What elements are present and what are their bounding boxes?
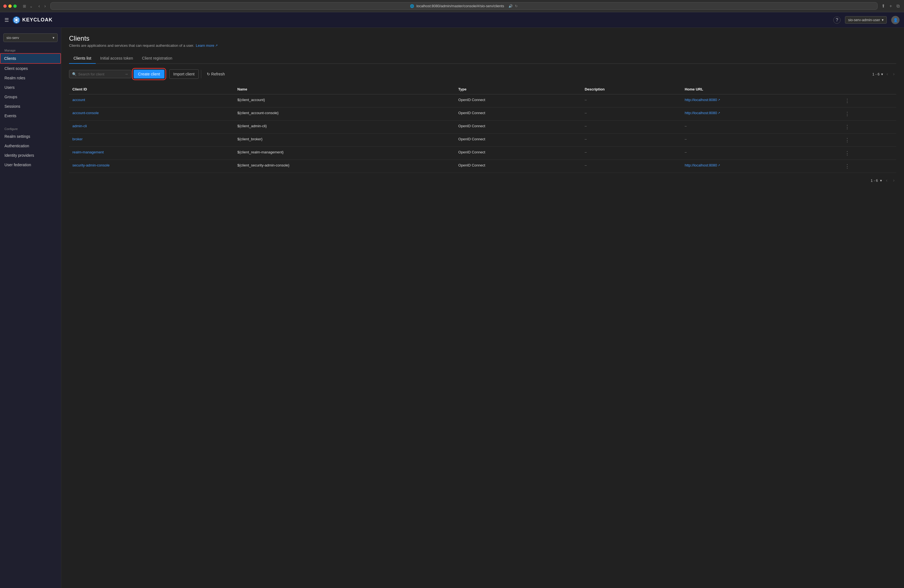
sidebar-users-label: Users	[5, 85, 15, 90]
sidebar-item-authentication[interactable]: Authentication	[0, 141, 61, 151]
client-id-link[interactable]: account-console	[73, 111, 99, 115]
sidebar-item-realm-settings[interactable]: Realm settings	[0, 132, 61, 141]
bottom-next-page-button[interactable]: ›	[891, 177, 896, 183]
client-id-link[interactable]: realm-management	[73, 150, 104, 154]
realm-label: sio-serv	[6, 36, 19, 40]
avatar-icon: 👤	[893, 18, 898, 22]
next-page-button[interactable]: ›	[891, 71, 896, 77]
col-name: Name	[234, 84, 455, 94]
dropdown-chevron-icon: ▾	[882, 18, 884, 22]
create-client-label: Create client	[138, 72, 160, 76]
bottom-pagination: 1 - 6 ▾ ‹ ›	[69, 173, 896, 188]
search-submit-icon[interactable]: →	[125, 72, 128, 76]
row-actions-menu-button[interactable]: ⋮	[843, 123, 852, 130]
keycloak-logo: KEYCLOAK	[12, 16, 52, 24]
home-url-link[interactable]: http://localhost:8080↗	[685, 163, 836, 168]
create-client-button[interactable]: Create client	[134, 70, 164, 79]
learn-more-text: Learn more	[196, 43, 214, 47]
fullscreen-button[interactable]	[13, 5, 17, 8]
client-id-link[interactable]: security-admin-console	[73, 163, 110, 168]
toolbar-divider-2	[201, 70, 201, 78]
home-url-link[interactable]: http://localhost:8080↗	[685, 98, 836, 102]
sidebar: sio-serv ▾ Manage Clients Client scopes …	[0, 28, 61, 588]
refresh-icon[interactable]: ↻	[515, 4, 518, 8]
tab-client-registration-label: Client registration	[142, 56, 172, 60]
chevron-down-icon[interactable]: ⌄	[28, 3, 34, 9]
address-bar[interactable]: 🌐 localhost:8080/admin/master/console/#/…	[51, 2, 877, 10]
cell-home-url: http://localhost:8080↗	[681, 160, 840, 173]
search-input[interactable]	[78, 72, 123, 76]
sidebar-item-client-scopes[interactable]: Client scopes	[0, 64, 61, 73]
refresh-label: Refresh	[211, 72, 225, 76]
sidebar-sessions-label: Sessions	[5, 104, 20, 109]
sidebar-toggle-icon[interactable]: ⊞	[22, 3, 27, 9]
client-id-link[interactable]: account	[73, 98, 85, 102]
row-actions-menu-button[interactable]: ⋮	[843, 150, 852, 156]
import-client-button[interactable]: Import client	[169, 70, 199, 79]
manage-section-label: Manage	[0, 46, 61, 53]
refresh-button[interactable]: ↻ Refresh	[204, 70, 228, 79]
avatar[interactable]: 👤	[891, 16, 899, 24]
cell-home-url: http://localhost:8080↗	[681, 94, 840, 107]
prev-page-button[interactable]: ‹	[885, 71, 890, 77]
cell-description: –	[582, 107, 681, 120]
cell-client-id: broker	[69, 134, 234, 147]
row-actions-menu-button[interactable]: ⋮	[843, 137, 852, 143]
traffic-lights	[3, 5, 17, 8]
share-icon[interactable]: ⬆	[880, 3, 886, 9]
bottom-prev-page-button[interactable]: ‹	[884, 177, 889, 183]
row-actions-menu-button[interactable]: ⋮	[843, 163, 852, 169]
new-tab-icon[interactable]: +	[888, 3, 893, 9]
cell-client-id: account-console	[69, 107, 234, 120]
cell-description: –	[582, 120, 681, 134]
sidebar-item-user-federation[interactable]: User federation	[0, 160, 61, 169]
tab-client-registration[interactable]: Client registration	[137, 53, 177, 64]
pagination-dropdown-icon[interactable]: ▾	[881, 72, 883, 76]
cell-actions: ⋮	[840, 134, 896, 147]
user-dropdown[interactable]: sio-serv-admin-user ▾	[845, 16, 887, 24]
pagination-info: 1 - 6 ▾ ‹ ›	[872, 71, 896, 77]
top-navbar: ☰ KEYCLOAK ? sio-serv-admin-user ▾	[0, 12, 904, 28]
hamburger-menu-icon[interactable]: ☰	[5, 17, 9, 23]
help-button[interactable]: ?	[833, 16, 841, 24]
cell-type: OpenID Connect	[455, 94, 582, 107]
client-id-link[interactable]: broker	[73, 137, 83, 141]
sidebar-item-groups[interactable]: Groups	[0, 92, 61, 102]
row-actions-menu-button[interactable]: ⋮	[843, 98, 852, 104]
sidebar-item-events[interactable]: Events	[0, 111, 61, 120]
cell-description: –	[582, 134, 681, 147]
current-user-label: sio-serv-admin-user	[848, 18, 880, 22]
table-row: account${client_account}OpenID Connect–h…	[69, 94, 896, 107]
sidebar-item-identity-providers[interactable]: Identity providers	[0, 151, 61, 160]
bottom-pagination-dropdown-icon[interactable]: ▾	[880, 179, 882, 183]
toolbar-divider	[167, 70, 167, 78]
windows-icon[interactable]: ⧉	[895, 3, 901, 9]
row-actions-menu-button[interactable]: ⋮	[843, 111, 852, 117]
sidebar-item-realm-roles[interactable]: Realm roles	[0, 73, 61, 83]
minimize-button[interactable]	[8, 5, 12, 8]
client-id-link[interactable]: admin-cli	[73, 124, 87, 128]
home-url-link[interactable]: http://localhost:8080↗	[685, 111, 836, 115]
cell-home-url: –	[681, 120, 840, 134]
sidebar-groups-label: Groups	[5, 95, 17, 99]
cell-description: –	[582, 147, 681, 160]
learn-more-link[interactable]: Learn more ↗	[196, 43, 218, 47]
page-title: Clients	[69, 35, 896, 42]
cell-name: ${client_admin-cli}	[234, 120, 455, 134]
tab-initial-access-token[interactable]: Initial access token	[96, 53, 137, 64]
back-button[interactable]: ‹	[37, 3, 41, 9]
browser-chrome: ⊞ ⌄ ‹ › 🌐 localhost:8080/admin/master/co…	[0, 0, 904, 12]
cell-type: OpenID Connect	[455, 120, 582, 134]
browser-tab-controls: ⊞ ⌄	[22, 3, 34, 9]
clients-table: Client ID Name Type Description Home URL…	[69, 84, 896, 173]
sidebar-user-federation-label: User federation	[5, 163, 31, 167]
tab-clients-list[interactable]: Clients list	[69, 53, 96, 64]
close-button[interactable]	[3, 5, 7, 8]
sidebar-item-clients[interactable]: Clients	[0, 53, 61, 64]
forward-button[interactable]: ›	[43, 3, 47, 9]
bottom-pagination-range: 1 - 6	[871, 179, 878, 183]
realm-selector[interactable]: sio-serv ▾	[3, 33, 58, 42]
sidebar-item-users[interactable]: Users	[0, 83, 61, 92]
navbar-right: ? sio-serv-admin-user ▾ 👤	[833, 16, 899, 24]
sidebar-item-sessions[interactable]: Sessions	[0, 102, 61, 111]
